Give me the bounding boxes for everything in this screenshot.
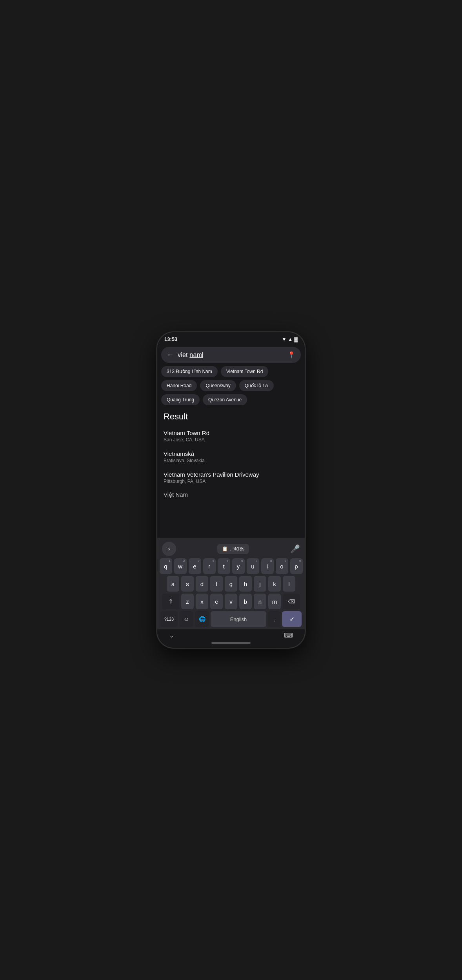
numbers-key[interactable]: ?123 <box>160 611 178 627</box>
key-p[interactable]: 0p <box>290 558 303 574</box>
text-cursor <box>202 352 203 358</box>
shift-key[interactable]: ⇧ <box>162 594 179 609</box>
nav-down-icon[interactable]: ⌄ <box>169 632 174 639</box>
toolbar-clipboard-button[interactable]: 📋 , %1$s <box>217 544 249 554</box>
status-icons: ▼ ▲ ▓ <box>282 337 298 342</box>
key-r[interactable]: 4r <box>203 558 216 574</box>
result-sub-3: Pittsburgh, PA, USA <box>164 479 298 484</box>
search-query-prefix: viet <box>178 352 189 358</box>
key-w[interactable]: 2w <box>174 558 187 574</box>
chip-quoclo[interactable]: Quốc lộ 1A <box>239 380 274 391</box>
toolbar-mic-button[interactable]: 🎤 <box>290 544 300 554</box>
globe-key[interactable]: 🌐 <box>195 611 209 627</box>
keyboard-container: › 📋 , %1$s 🎤 1q 2w 3e 4r 5t 6y 7u 8i <box>157 538 305 629</box>
mic-icon: 🎤 <box>290 545 300 553</box>
key-row-2: a s d f g h j k l <box>159 576 303 592</box>
key-row-bottom: ?123 ☺ 🌐 English . ✓ <box>159 611 303 628</box>
toolbar-arrow-button[interactable]: › <box>162 542 176 556</box>
nav-keyboard-icon[interactable]: ⌨ <box>284 632 293 639</box>
bottom-nav-icons: ⌄ ⌨ <box>157 632 305 639</box>
back-button[interactable]: ← <box>167 351 174 359</box>
key-m[interactable]: m <box>268 594 281 609</box>
key-x[interactable]: x <box>196 594 208 609</box>
battery-icon: ▓ <box>294 337 298 342</box>
location-pin-icon[interactable]: 📍 <box>287 351 295 359</box>
result-partial: Việt Nam <box>161 488 301 499</box>
key-g[interactable]: g <box>225 576 237 592</box>
key-e[interactable]: 3e <box>189 558 201 574</box>
key-b[interactable]: b <box>239 594 252 609</box>
signal-icon: ▲ <box>288 337 293 342</box>
key-h[interactable]: h <box>239 576 252 592</box>
result-sub-2: Bratislava, Slovakia <box>164 458 298 463</box>
key-v[interactable]: v <box>225 594 237 609</box>
result-item-3[interactable]: Vietnam Veteran's Pavilion Driveway Pitt… <box>161 467 301 488</box>
phone-frame: 13:53 ▼ ▲ ▓ ← viet nam 📍 313 Đường Lĩnh … <box>156 332 306 648</box>
chip-vietnamtownrd[interactable]: Vietnam Town Rd <box>221 366 269 377</box>
key-c[interactable]: c <box>210 594 223 609</box>
search-bar[interactable]: ← viet nam 📍 <box>161 347 301 363</box>
key-d[interactable]: d <box>196 576 208 592</box>
chip-queensway[interactable]: Queensway <box>200 380 236 391</box>
suggestion-chips: 313 Đường Lĩnh Nam Vietnam Town Rd Hanoi… <box>157 366 305 405</box>
key-row-1: 1q 2w 3e 4r 5t 6y 7u 8i 9o 0p <box>159 558 303 574</box>
chips-row-2: Hanoi Road Queensway Quốc lộ 1A <box>161 380 301 391</box>
chip-quezon[interactable]: Quezon Avenue <box>203 394 247 405</box>
key-u[interactable]: 7u <box>247 558 259 574</box>
wifi-icon: ▼ <box>282 337 286 342</box>
result-sub-1: San Jose, CA, USA <box>164 437 298 443</box>
keyboard-toolbar: › 📋 , %1$s 🎤 <box>159 540 303 558</box>
bottom-nav: ⌄ ⌨ <box>157 629 305 648</box>
key-f[interactable]: f <box>210 576 223 592</box>
result-name-3: Vietnam Veteran's Pavilion Driveway <box>164 471 298 478</box>
enter-key[interactable]: ✓ <box>282 611 302 627</box>
chips-row-1: 313 Đường Lĩnh Nam Vietnam Town Rd <box>161 366 301 377</box>
emoji-key[interactable]: ☺ <box>179 611 193 627</box>
chip-linhnam[interactable]: 313 Đường Lĩnh Nam <box>161 366 218 377</box>
key-q[interactable]: 1q <box>160 558 172 574</box>
chip-quangtrung[interactable]: Quang Trung <box>161 394 200 405</box>
status-time: 13:53 <box>164 336 177 342</box>
clipboard-icon: 📋 <box>222 546 228 552</box>
key-t[interactable]: 5t <box>218 558 230 574</box>
key-row-3: ⇧ z x c v b n m ⌫ <box>159 594 303 609</box>
results-section: Result Vietnam Town Rd San Jose, CA, USA… <box>157 405 305 538</box>
key-k[interactable]: k <box>268 576 281 592</box>
space-key[interactable]: English <box>211 611 266 627</box>
key-j[interactable]: j <box>254 576 266 592</box>
phone-screen: 13:53 ▼ ▲ ▓ ← viet nam 📍 313 Đường Lĩnh … <box>157 332 305 648</box>
chip-hanoi[interactable]: Hanoi Road <box>161 380 197 391</box>
clipboard-label: , %1$s <box>230 546 245 552</box>
period-key[interactable]: . <box>268 611 280 627</box>
backspace-key[interactable]: ⌫ <box>283 594 300 609</box>
key-i[interactable]: 8i <box>261 558 274 574</box>
result-name-1: Vietnam Town Rd <box>164 430 298 436</box>
chips-row-3: Quang Trung Quezon Avenue <box>161 394 301 405</box>
result-item-2[interactable]: Vietnamská Bratislava, Slovakia <box>161 446 301 467</box>
key-a[interactable]: a <box>167 576 179 592</box>
key-l[interactable]: l <box>283 576 295 592</box>
key-s[interactable]: s <box>181 576 194 592</box>
status-bar: 13:53 ▼ ▲ ▓ <box>157 332 305 344</box>
arrow-right-icon: › <box>168 546 170 552</box>
home-indicator <box>211 642 251 644</box>
result-item-1[interactable]: Vietnam Town Rd San Jose, CA, USA <box>161 426 301 446</box>
search-input[interactable]: viet nam <box>178 352 284 359</box>
results-heading: Result <box>161 405 301 426</box>
search-query-underlined: nam <box>189 352 202 358</box>
result-name-2: Vietnamská <box>164 450 298 457</box>
key-o[interactable]: 9o <box>276 558 288 574</box>
key-y[interactable]: 6y <box>232 558 245 574</box>
key-z[interactable]: z <box>181 594 194 609</box>
key-n[interactable]: n <box>254 594 266 609</box>
